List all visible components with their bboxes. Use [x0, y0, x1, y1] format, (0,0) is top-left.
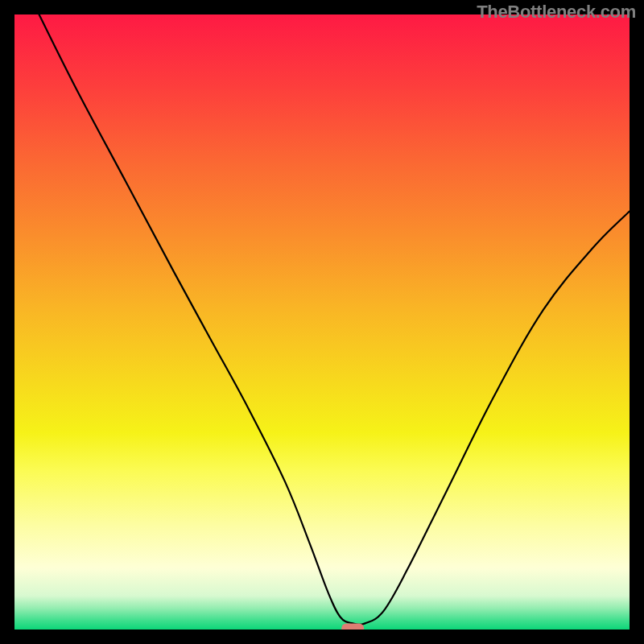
- watermark-text: TheBottleneck.com: [477, 2, 636, 23]
- gradient-background: [14, 14, 630, 630]
- pill-marker: [341, 623, 364, 630]
- chart-frame: TheBottleneck.com: [0, 0, 644, 644]
- chart-plot: [14, 14, 630, 630]
